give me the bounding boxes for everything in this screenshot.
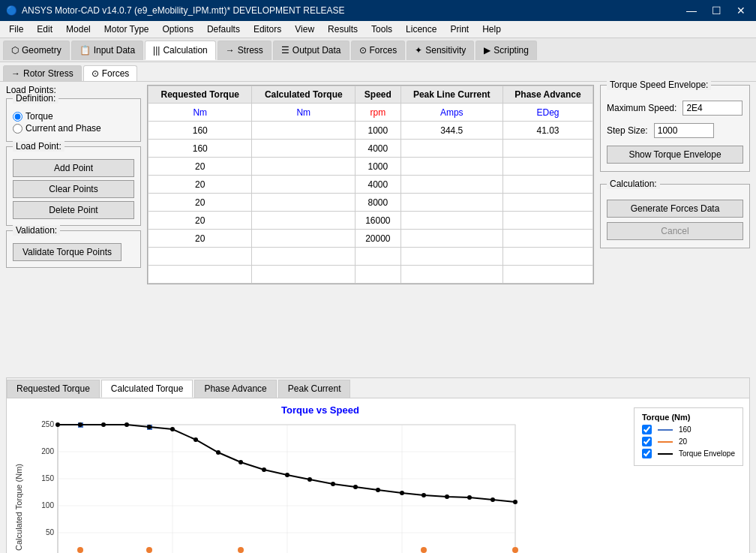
tab-sensitivity[interactable]: ✦ Sensitivity bbox=[406, 41, 474, 60]
stress-icon: → bbox=[226, 45, 235, 56]
clear-points-button[interactable]: Clear Points bbox=[13, 180, 134, 198]
legend-checkbox-envelope[interactable] bbox=[642, 449, 652, 458]
sub-tab-forces[interactable]: ⊙ Forces bbox=[83, 65, 138, 81]
menu-tools[interactable]: Tools bbox=[365, 23, 398, 36]
forces-sub-icon: ⊙ bbox=[92, 68, 99, 79]
tab-stress[interactable]: → Stress bbox=[218, 41, 272, 60]
tab-forces[interactable]: ⊙ Forces bbox=[351, 41, 406, 60]
tab-calculation[interactable]: ||| Calculation bbox=[145, 41, 216, 60]
col-peak-line-current: Peak Line Current bbox=[400, 86, 502, 104]
svg-text:50: 50 bbox=[46, 528, 55, 536]
legend-line-160 bbox=[658, 429, 673, 431]
menu-help[interactable]: Help bbox=[476, 23, 507, 36]
svg-text:250: 250 bbox=[41, 420, 54, 428]
svg-point-27 bbox=[124, 422, 129, 427]
table-row: 1601000344.541.03 bbox=[148, 122, 593, 140]
menu-results[interactable]: Results bbox=[322, 23, 364, 36]
validate-torque-button[interactable]: Validate Torque Points bbox=[13, 243, 122, 261]
units-row: Nm Nm rpm Amps EDeg bbox=[148, 104, 593, 122]
menu-options[interactable]: Options bbox=[157, 23, 200, 36]
load-point-title: Load Point: bbox=[13, 141, 64, 152]
series-20-point-5 bbox=[512, 547, 518, 553]
legend-item-160: 160 bbox=[642, 425, 735, 434]
menu-bar: File Edit Model Motor Type Options Defau… bbox=[0, 21, 756, 38]
chart-tab-phase-advance[interactable]: Phase Advance bbox=[194, 380, 276, 398]
legend-checkbox-20[interactable] bbox=[642, 437, 652, 446]
svg-rect-1 bbox=[58, 425, 515, 553]
legend-label-160: 160 bbox=[679, 425, 692, 434]
rotor-stress-icon: → bbox=[11, 68, 20, 79]
svg-point-29 bbox=[170, 427, 175, 431]
chart-title: Torque vs Speed bbox=[13, 404, 628, 416]
svg-text:100: 100 bbox=[41, 501, 54, 509]
legend-item-envelope: Torque Envelope bbox=[642, 449, 735, 458]
bottom-chart-section: Requested Torque Calculated Torque Phase… bbox=[0, 374, 756, 553]
chart-legend: Torque (Nm) 160 20 Torque Envel bbox=[628, 401, 749, 553]
svg-point-40 bbox=[422, 493, 426, 497]
menu-edit[interactable]: Edit bbox=[31, 23, 58, 36]
unit-requested-torque: Nm bbox=[148, 104, 252, 122]
generate-forces-button[interactable]: Generate Forces Data bbox=[607, 200, 743, 218]
chart-section: Requested Torque Calculated Torque Phase… bbox=[6, 377, 750, 553]
tab-input-data[interactable]: 📋 Input Data bbox=[71, 41, 143, 60]
forces-icon: ⊙ bbox=[359, 45, 367, 56]
cancel-button[interactable]: Cancel bbox=[607, 222, 743, 240]
legend-title: Torque (Nm) bbox=[642, 413, 735, 422]
legend-label-envelope: Torque Envelope bbox=[679, 449, 735, 458]
torque-speed-envelope-title: Torque Speed Envelope: bbox=[607, 80, 711, 90]
svg-point-26 bbox=[101, 422, 106, 427]
svg-point-44 bbox=[513, 500, 518, 504]
menu-view[interactable]: View bbox=[289, 23, 320, 36]
tab-geometry[interactable]: ⬡ Geometry bbox=[3, 41, 70, 60]
tab-output-data[interactable]: ☰ Output Data bbox=[273, 41, 350, 60]
close-button[interactable]: ✕ bbox=[732, 5, 750, 17]
show-torque-envelope-button[interactable]: Show Torque Envelope bbox=[607, 146, 743, 164]
svg-point-34 bbox=[285, 473, 290, 477]
table-row bbox=[148, 266, 593, 284]
maximize-button[interactable]: ☐ bbox=[707, 5, 726, 17]
chart-tab-peak-current[interactable]: Peak Current bbox=[278, 380, 351, 398]
legend-checkbox-160[interactable] bbox=[642, 425, 652, 434]
minimize-button[interactable]: — bbox=[682, 5, 701, 17]
chart-tab-requested-torque[interactable]: Requested Torque bbox=[7, 380, 100, 398]
env-dot bbox=[56, 422, 60, 427]
radio-current-phase-input[interactable] bbox=[13, 124, 22, 134]
menu-print[interactable]: Print bbox=[444, 23, 475, 36]
data-table: Requested Torque Calculated Torque Speed… bbox=[148, 86, 593, 284]
svg-point-36 bbox=[331, 482, 335, 486]
geometry-icon: ⬡ bbox=[11, 45, 19, 56]
sensitivity-icon: ✦ bbox=[415, 45, 422, 56]
svg-point-39 bbox=[400, 491, 404, 495]
radio-torque[interactable]: Torque bbox=[13, 111, 134, 122]
menu-motor-type[interactable]: Motor Type bbox=[98, 23, 155, 36]
svg-point-28 bbox=[147, 425, 152, 429]
table-row: 1604000 bbox=[148, 140, 593, 158]
app-icon: 🔵 bbox=[6, 5, 17, 16]
main-tab-bar: ⬡ Geometry 📋 Input Data ||| Calculation … bbox=[0, 38, 756, 62]
table-row: 208000 bbox=[148, 194, 593, 212]
max-speed-input[interactable] bbox=[682, 101, 742, 116]
menu-editors[interactable]: Editors bbox=[248, 23, 287, 36]
step-size-input[interactable] bbox=[654, 123, 714, 138]
svg-point-42 bbox=[467, 495, 472, 500]
torque-speed-chart: Calculated Torque (Nm) bbox=[13, 417, 560, 553]
add-point-button[interactable]: Add Point bbox=[13, 159, 134, 177]
svg-text:Calculated Torque (Nm): Calculated Torque (Nm) bbox=[14, 464, 23, 551]
delete-point-button[interactable]: Delete Point bbox=[13, 201, 134, 219]
svg-text:150: 150 bbox=[41, 474, 54, 482]
svg-point-43 bbox=[490, 497, 495, 502]
col-calculated-torque: Calculated Torque bbox=[252, 86, 356, 104]
menu-model[interactable]: Model bbox=[60, 23, 97, 36]
validation-title: Validation: bbox=[13, 225, 60, 236]
menu-licence[interactable]: Licence bbox=[400, 23, 442, 36]
radio-current-phase[interactable]: Current and Phase bbox=[13, 123, 134, 134]
menu-defaults[interactable]: Defaults bbox=[201, 23, 246, 36]
table-row: 2020000 bbox=[148, 230, 593, 248]
legend-line-20 bbox=[658, 441, 673, 443]
sub-tab-rotor-stress[interactable]: → Rotor Stress bbox=[3, 65, 82, 81]
tab-scripting[interactable]: ▶ Scripting bbox=[476, 41, 537, 60]
menu-file[interactable]: File bbox=[3, 23, 29, 36]
radio-torque-input[interactable] bbox=[13, 112, 22, 122]
chart-tab-calculated-torque[interactable]: Calculated Torque bbox=[101, 380, 194, 398]
svg-point-38 bbox=[376, 488, 380, 492]
